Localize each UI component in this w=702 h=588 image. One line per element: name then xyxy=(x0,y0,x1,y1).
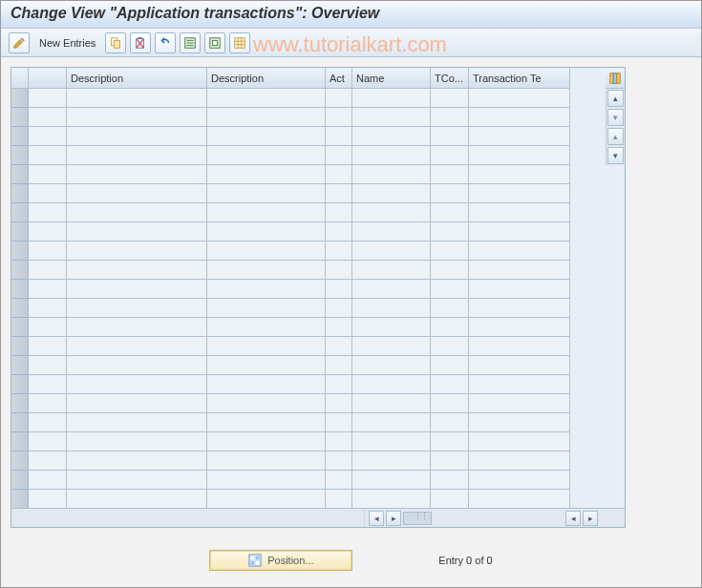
cell[interactable] xyxy=(352,89,431,108)
cell[interactable] xyxy=(352,318,431,337)
scroll-up-button[interactable]: ▴ xyxy=(607,90,624,107)
cell[interactable] xyxy=(326,318,352,337)
cell[interactable] xyxy=(67,337,207,356)
cell[interactable] xyxy=(469,375,570,394)
row-selector[interactable] xyxy=(11,146,29,165)
cell[interactable] xyxy=(431,222,469,242)
cell[interactable] xyxy=(207,165,326,184)
row-selector-header[interactable] xyxy=(11,68,29,89)
row-selector[interactable] xyxy=(11,490,29,508)
cell[interactable] xyxy=(67,452,207,471)
column-header-name[interactable]: Name xyxy=(352,68,431,89)
cell[interactable] xyxy=(207,222,326,242)
cell[interactable] xyxy=(67,432,207,452)
cell[interactable] xyxy=(67,413,207,432)
undo-button[interactable] xyxy=(155,32,176,53)
cell[interactable] xyxy=(326,89,352,108)
cell[interactable] xyxy=(431,280,469,299)
cell[interactable] xyxy=(326,471,352,490)
cell[interactable] xyxy=(67,242,207,261)
cell[interactable] xyxy=(207,356,326,375)
cell[interactable] xyxy=(431,318,469,337)
column-header-transaction-text[interactable]: Transaction Te xyxy=(469,68,570,89)
cell[interactable] xyxy=(29,394,67,413)
table-settings-button[interactable] xyxy=(606,68,625,89)
cell[interactable] xyxy=(207,280,326,299)
row-selector[interactable] xyxy=(11,394,29,413)
cell[interactable] xyxy=(326,413,352,432)
row-selector[interactable] xyxy=(11,413,29,432)
column-header-description-1[interactable]: Description xyxy=(67,68,207,89)
row-selector[interactable] xyxy=(11,222,29,242)
cell[interactable] xyxy=(326,146,352,165)
cell[interactable] xyxy=(431,452,469,471)
cell[interactable] xyxy=(207,184,326,203)
cell[interactable] xyxy=(29,318,67,337)
cell[interactable] xyxy=(352,432,431,452)
cell[interactable] xyxy=(431,146,469,165)
toggle-display-change-button[interactable] xyxy=(9,32,30,53)
cell[interactable] xyxy=(352,184,431,203)
row-selector[interactable] xyxy=(11,127,29,146)
cell[interactable] xyxy=(431,471,469,490)
cell[interactable] xyxy=(352,471,431,490)
cell[interactable] xyxy=(207,490,326,508)
cell[interactable] xyxy=(326,108,352,127)
delete-button[interactable] xyxy=(130,32,151,53)
hscroll-right-2-button[interactable]: ▸ xyxy=(583,511,598,526)
cell[interactable] xyxy=(431,203,469,222)
cell[interactable] xyxy=(469,299,570,318)
cell[interactable] xyxy=(431,490,469,508)
cell[interactable] xyxy=(469,203,570,222)
cell[interactable] xyxy=(207,89,326,108)
cell[interactable] xyxy=(67,299,207,318)
row-selector[interactable] xyxy=(11,89,29,108)
cell[interactable] xyxy=(326,490,352,508)
hscroll-left-button[interactable]: ◂ xyxy=(369,511,384,526)
hscroll-thumb[interactable] xyxy=(403,512,432,525)
position-button[interactable]: Position... xyxy=(209,550,352,571)
cell[interactable] xyxy=(469,471,570,490)
cell[interactable] xyxy=(352,165,431,184)
row-selector[interactable] xyxy=(11,184,29,203)
cell[interactable] xyxy=(431,108,469,127)
cell[interactable] xyxy=(352,356,431,375)
cell[interactable] xyxy=(207,375,326,394)
cell[interactable] xyxy=(326,280,352,299)
cell[interactable] xyxy=(431,89,469,108)
row-selector[interactable] xyxy=(11,165,29,184)
select-all-button[interactable] xyxy=(180,32,201,53)
row-selector[interactable] xyxy=(11,242,29,261)
cell[interactable] xyxy=(352,299,431,318)
cell[interactable] xyxy=(67,318,207,337)
cell[interactable] xyxy=(29,184,67,203)
cell[interactable] xyxy=(352,452,431,471)
cell[interactable] xyxy=(67,108,207,127)
cell[interactable] xyxy=(29,242,67,261)
cell[interactable] xyxy=(67,146,207,165)
cell[interactable] xyxy=(67,261,207,280)
cell[interactable] xyxy=(29,146,67,165)
cell[interactable] xyxy=(431,375,469,394)
cell[interactable] xyxy=(207,318,326,337)
cell[interactable] xyxy=(326,432,352,452)
row-selector[interactable] xyxy=(11,375,29,394)
cell[interactable] xyxy=(326,394,352,413)
cell[interactable] xyxy=(469,337,570,356)
copy-button[interactable] xyxy=(105,32,126,53)
cell[interactable] xyxy=(207,471,326,490)
cell[interactable] xyxy=(67,356,207,375)
cell[interactable] xyxy=(29,261,67,280)
cell[interactable] xyxy=(29,337,67,356)
deselect-all-button[interactable] xyxy=(204,32,225,53)
scroll-down-step-button[interactable]: ▴ xyxy=(607,128,624,145)
cell[interactable] xyxy=(67,89,207,108)
row-selector[interactable] xyxy=(11,337,29,356)
column-header-description-2[interactable]: Description xyxy=(207,68,326,89)
cell[interactable] xyxy=(29,165,67,184)
cell[interactable] xyxy=(352,394,431,413)
cell[interactable] xyxy=(207,394,326,413)
cell[interactable] xyxy=(29,299,67,318)
cell[interactable] xyxy=(29,375,67,394)
cell[interactable] xyxy=(207,127,326,146)
